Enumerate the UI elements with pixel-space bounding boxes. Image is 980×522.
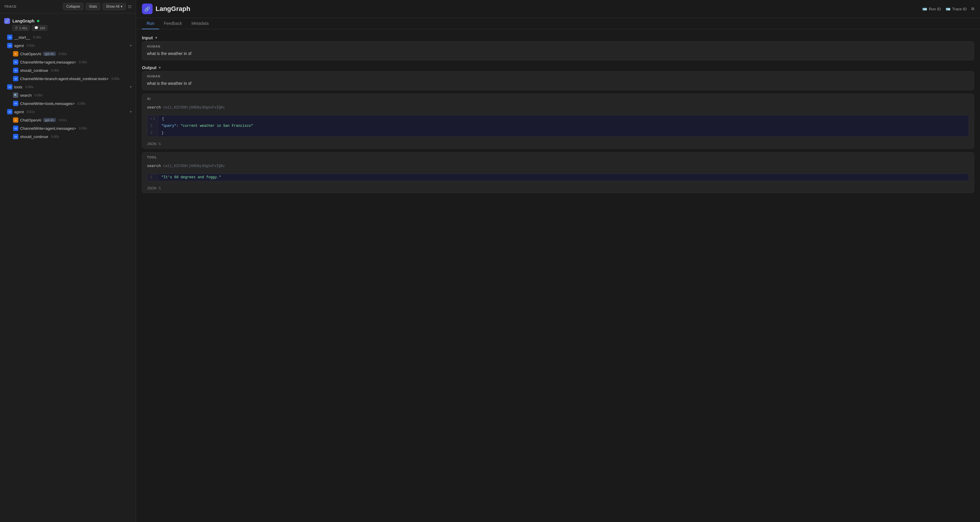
output-section: Output ▾ HUMAN what is the weather in sf… (142, 65, 974, 193)
header-controls: Collapse Stats Show All ▾ ⊡ (63, 3, 132, 10)
tree-item-name-channelwrite3: ChannelWrite<tools,messages> (20, 102, 75, 106)
tool-tool-name: search (147, 164, 161, 168)
output-chevron[interactable]: ▾ (159, 66, 161, 70)
tree-item-name-channelwrite1: ChannelWrite<agent,messages> (20, 60, 76, 64)
tree-item-chevron-tools[interactable]: ▾ (130, 85, 132, 89)
tool-json-label: JSON (147, 186, 156, 190)
input-human-label: HUMAN (142, 42, 974, 49)
tree-item-should_continue2[interactable]: should_continue0.00s (0, 132, 136, 141)
code-text-1: { (159, 115, 168, 122)
tool-call-row-2: search call_6ZCVDDrjH8DAy3HgUxFvIQKc (147, 163, 969, 169)
tool-call-area-2: search call_6ZCVDDrjH8DAy3HgUxFvIQKc (142, 161, 974, 171)
output-section-header: Output ▾ (142, 65, 974, 70)
code-text-3: } (158, 130, 167, 136)
token-icon: 💬 (34, 26, 38, 30)
tool-json-expand-icon[interactable]: ⇅ (158, 186, 161, 190)
tree-item-name-should_continue1: should_continue (20, 68, 48, 73)
tree-icon-should_continue2 (13, 134, 18, 139)
chevron-down-icon: ▾ (121, 5, 123, 9)
trace-icon: 🪪 (946, 7, 950, 11)
tab-run[interactable]: Run (142, 18, 159, 29)
right-header: 🔗 LangGraph 🪪 Run ID 🪪 Trace ID ⧉ (136, 0, 980, 18)
ai-call-id: call_6ZCVDDrjH8DAy3HgUxFvIQKc (163, 106, 225, 109)
tree-item-start[interactable]: __start__0.00s (0, 33, 136, 41)
output-human-message: what is the weather in sf (142, 79, 974, 90)
tree-item-chatopenai2[interactable]: ✦ChatOpenAIgpt-4o0.61s (0, 116, 136, 124)
left-header: TRACE Collapse Stats Show All ▾ ⊡ (0, 0, 136, 13)
tree-item-time-agent2: 0.61s (27, 110, 35, 114)
content-area: Input ▾ HUMAN what is the weather in sf … (136, 29, 980, 522)
tree-item-channelwrite1[interactable]: ChannelWrite<agent,messages>0.00s (0, 58, 136, 66)
tree-item-should_continue1[interactable]: should_continue0.00s (0, 66, 136, 75)
input-section-header: Input ▾ (142, 35, 974, 40)
expand-panel-icon[interactable]: ⊡ (128, 4, 132, 9)
ai-code-block: ▾ 1 { 2 "query": "current weather in San… (147, 115, 969, 137)
input-chevron[interactable]: ▾ (155, 36, 157, 40)
share-button[interactable]: ⧉ (971, 6, 974, 11)
ai-card-header: AI (142, 94, 974, 102)
stats-button[interactable]: Stats (86, 3, 100, 10)
header-right-controls: 🪪 Run ID 🪪 Trace ID ⧉ (922, 6, 974, 11)
tree-container: 🔗 LangGraph ⏱ 1.45s 💬 160 __start__0. (0, 13, 136, 522)
tree-item-name-agent2: agent (14, 109, 24, 114)
show-all-button[interactable]: Show All ▾ (103, 3, 126, 10)
tree-item-name-channelwrite2: ChannelWrite<branch:agent:should_continu… (20, 76, 108, 81)
tree-item-name-agent1: agent (14, 43, 24, 48)
input-label: Input (142, 35, 153, 40)
tree-item-channelwrite4[interactable]: ChannelWrite<agent,messages>0.00s (0, 124, 136, 132)
tree-item-name-chatopenai2: ChatOpenAI (20, 118, 41, 122)
tree-item-channelwrite2[interactable]: ChannelWrite<branch:agent:should_continu… (0, 75, 136, 83)
tree-item-agent2[interactable]: agent0.61s▾ (0, 108, 136, 116)
tree-item-chevron-agent1[interactable]: ▾ (130, 43, 132, 48)
ai-tool-name: search (147, 105, 161, 109)
tree-item-name-search: search (20, 93, 32, 98)
tree-item-agent1[interactable]: agent0.83s▾ (0, 41, 136, 50)
tree-item-channelwrite3[interactable]: ChannelWrite<tools,messages>0.00s (0, 99, 136, 108)
line-num-3: 3 (147, 130, 158, 136)
output-human-card: HUMAN what is the weather in sf (142, 71, 974, 90)
tab-metadata[interactable]: Metadata (186, 18, 213, 29)
tree-item-name-chatopenai1: ChatOpenAI (20, 52, 41, 56)
tree-icon-channelwrite3 (13, 101, 18, 106)
tree-item-name-should_continue2: should_continue (20, 135, 48, 139)
trace-label: TRACE (4, 5, 17, 8)
ai-json-expand-icon[interactable]: ⇅ (158, 142, 161, 146)
right-panel: 🔗 LangGraph 🪪 Run ID 🪪 Trace ID ⧉ Run Fe… (136, 0, 980, 522)
tree-root: 🔗 LangGraph ⏱ 1.45s 💬 160 __start__0. (0, 16, 136, 141)
output-human-label: HUMAN (142, 71, 974, 79)
tree-icon-agent1 (7, 43, 13, 48)
app-logo: 🔗 (142, 3, 153, 14)
tree-item-tools[interactable]: tools0.00s▾ (0, 83, 136, 91)
tree-item-chevron-agent2[interactable]: ▾ (130, 109, 132, 114)
id-icon: 🪪 (922, 7, 927, 11)
tree-item-chatopenai1[interactable]: ✦ChatOpenAIgpt-4o0.82s (0, 50, 136, 58)
tree-item-time-start: 0.00s (33, 35, 41, 39)
code-line-2: 2 "query": "current weather in San Franc… (147, 122, 969, 130)
code-line-3: 3 } (147, 130, 969, 136)
tree-item-time-tools: 0.00s (25, 85, 33, 89)
collapse-button[interactable]: Collapse (63, 3, 83, 10)
tree-icon-channelwrite4 (13, 125, 18, 131)
tool-call-area: search call_6ZCVDDrjH8DAy3HgUxFvIQKc (142, 102, 974, 113)
line-num-2: 2 (147, 122, 158, 130)
run-id-button[interactable]: 🪪 Run ID (922, 7, 941, 11)
tool-json-footer: JSON ⇅ (142, 184, 974, 193)
tree-icon-channelwrite2 (13, 76, 18, 81)
tree-icon-start (7, 35, 13, 40)
tree-item-time-should_continue1: 0.00s (51, 68, 59, 72)
output-ai-card: AI search call_6ZCVDDrjH8DAy3HgUxFvIQKc … (142, 94, 974, 149)
tree-item-search[interactable]: 🔍search0.00s (0, 91, 136, 99)
root-node[interactable]: 🔗 LangGraph ⏱ 1.45s 💬 160 (0, 16, 136, 33)
root-node-header: 🔗 LangGraph (4, 18, 132, 24)
tree-icon-chatopenai2: ✦ (13, 117, 18, 123)
trace-id-button[interactable]: 🪪 Trace ID (946, 7, 967, 11)
output-label: Output (142, 65, 156, 70)
tool-label: TOOL (147, 155, 157, 159)
tree-item-time-channelwrite2: 0.00s (111, 77, 119, 80)
ai-label: AI (147, 97, 151, 100)
tab-feedback[interactable]: Feedback (159, 18, 186, 29)
tree-items-container: __start__0.00sagent0.83s▾✦ChatOpenAIgpt-… (0, 33, 136, 141)
tree-item-time-chatopenai1: 0.82s (59, 52, 67, 56)
ai-json-label: JSON (147, 142, 156, 146)
input-card: HUMAN what is the weather in sf (142, 41, 974, 60)
